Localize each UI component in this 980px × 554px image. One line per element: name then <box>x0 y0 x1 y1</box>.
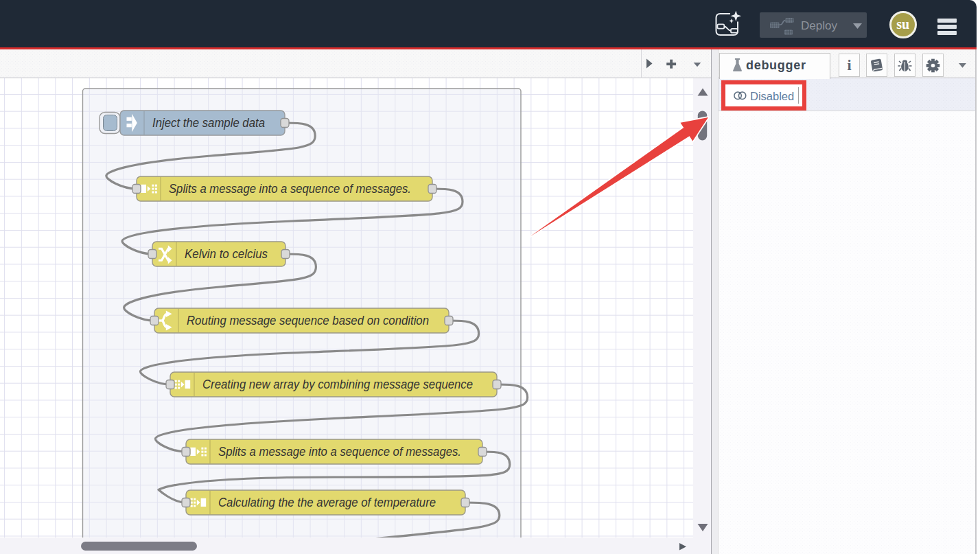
svg-text:Inject the sample data: Inject the sample data <box>152 116 265 130</box>
svg-text:Kelvin to celcius: Kelvin to celcius <box>185 247 268 261</box>
svg-text:Splits a message into a sequen: Splits a message into a sequence of mess… <box>169 182 411 196</box>
svg-text:Splits a message into a sequen: Splits a message into a sequence of mess… <box>218 445 461 459</box>
svg-text:Routing message sequence based: Routing message sequence based on condit… <box>187 314 429 327</box>
svg-text:Calculating the the average of: Calculating the the average of temperatu… <box>218 496 436 509</box>
svg-text:Creating new array by combinin: Creating new array by combining message … <box>202 378 473 391</box>
